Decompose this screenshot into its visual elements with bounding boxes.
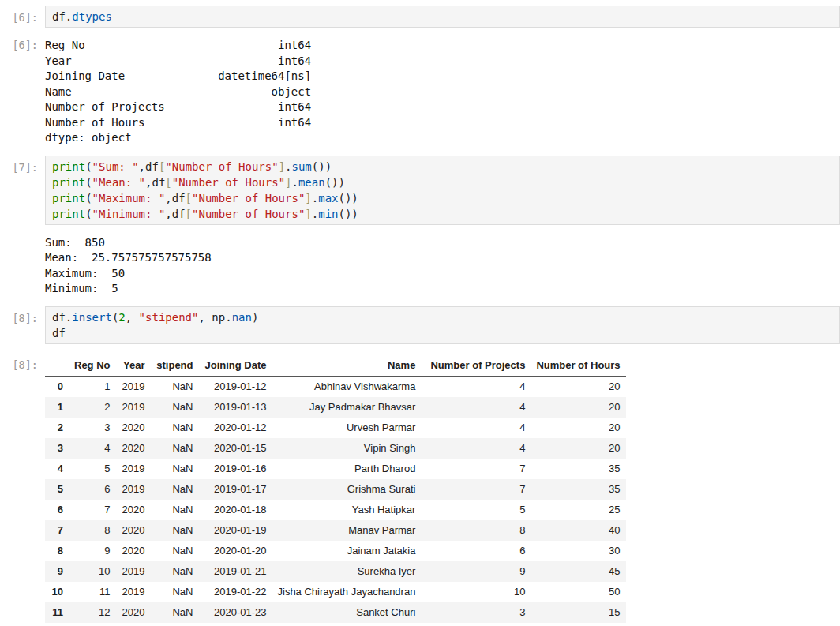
cell-output-row: Sum: 850 Mean: 25.757575757575758 Maximu…	[0, 235, 840, 297]
table-cell: 9	[421, 561, 531, 582]
table-row: 012019NaN2019-01-12Abhinav Vishwakarma42…	[45, 376, 626, 397]
code-token: sum	[292, 160, 312, 173]
table-row: 11122020NaN2020-01-23Sanket Churi315	[45, 602, 626, 623]
table-cell: 2	[69, 397, 116, 418]
table-cell: NaN	[151, 602, 199, 623]
row-index: 9	[45, 561, 69, 582]
code-token: df	[52, 327, 66, 339]
table-row: 892020NaN2020-01-20Jainam Jatakia630	[45, 541, 626, 561]
code-token: .	[285, 160, 291, 173]
table-cell: 4	[69, 438, 116, 459]
table-cell: 2019	[116, 397, 151, 418]
table-cell: 11	[69, 582, 116, 602]
code-token: "Sum: "	[92, 160, 139, 173]
table-cell: 2020	[116, 418, 151, 438]
table-cell: 7	[69, 500, 116, 520]
code-token: ]	[285, 176, 291, 189]
table-row: 342020NaN2020-01-15Vipin Singh420	[45, 438, 626, 459]
table-cell: 5	[69, 459, 116, 479]
code-token: ]	[305, 192, 311, 204]
code-line: df.dtypes	[52, 9, 833, 24]
code-token: "Number of Hours"	[172, 176, 285, 189]
table-cell: 2020	[116, 500, 151, 520]
code-token: [	[165, 176, 171, 189]
cell-input-row: [6]: df.dtypes	[0, 6, 840, 28]
table-cell: 1	[69, 376, 116, 397]
table-cell: Urvesh Parmar	[272, 418, 422, 438]
code-token: ]	[305, 208, 311, 220]
table-cell: 12	[69, 602, 116, 623]
table-cell: 8	[421, 520, 531, 541]
table-cell: 2019-01-21	[199, 561, 272, 582]
code-line: print("Mean: ",df["Number of Hours"].mea…	[52, 174, 833, 190]
table-cell: Vipin Singh	[272, 438, 422, 459]
table-cell: 2019	[116, 479, 151, 500]
table-row: 122019NaN2019-01-13Jay Padmakar Bhavsar4…	[45, 397, 626, 418]
table-cell: NaN	[151, 397, 199, 418]
code-cell-7: [7]: print("Sum: ",df["Number of Hours"]…	[0, 156, 840, 297]
row-index: 8	[45, 541, 69, 561]
cell-output-row: [8]: Reg NoYearstipendJoining DateNameNu…	[0, 354, 840, 623]
code-token: ())	[339, 208, 358, 220]
column-header: Year	[116, 354, 151, 377]
code-token: .	[292, 176, 298, 189]
code-token: max	[318, 192, 338, 204]
table-cell: 3	[421, 602, 531, 623]
cell-output-row: [6]: Reg No int64 Year int64 Joining Dat…	[0, 38, 840, 146]
code-token: 2	[118, 311, 125, 324]
table-cell: 6	[421, 541, 531, 561]
code-token: mean	[298, 176, 325, 189]
column-header: Reg No	[69, 354, 116, 377]
row-index: 5	[45, 479, 69, 500]
table-cell: 20	[531, 438, 625, 459]
code-editor[interactable]: df.dtypes	[45, 6, 840, 28]
table-row: 10112019NaN2019-01-22Jisha Chirayath Jay…	[45, 582, 626, 602]
table-cell: 45	[531, 561, 625, 582]
table-cell: Yash Hatipkar	[272, 500, 422, 520]
code-line: print("Sum: ",df["Number of Hours"].sum(…	[52, 159, 833, 174]
table-cell: 4	[421, 376, 531, 397]
row-index: 3	[45, 438, 69, 459]
row-index: 4	[45, 459, 69, 479]
table-cell: 25	[531, 500, 625, 520]
code-token: (	[85, 176, 92, 189]
code-line: df	[52, 325, 833, 341]
code-editor[interactable]: print("Sum: ",df["Number of Hours"].sum(…	[45, 156, 840, 225]
table-cell: 30	[531, 541, 625, 561]
table-cell: 2020-01-15	[199, 438, 272, 459]
table-cell: 4	[421, 438, 531, 459]
column-header: Number of Projects	[421, 354, 531, 377]
table-row: 782020NaN2020-01-19Manav Parmar840	[45, 520, 626, 541]
code-token: (	[85, 160, 92, 173]
table-cell: Abhinav Vishwakarma	[272, 376, 422, 397]
code-token: , np.	[198, 311, 231, 324]
row-index: 10	[45, 582, 69, 602]
code-token: )	[252, 311, 258, 324]
table-cell: 2019-01-17	[199, 479, 272, 500]
code-token: [	[186, 192, 192, 204]
table-cell: 35	[531, 479, 625, 500]
table-cell: Surekha Iyer	[272, 561, 422, 582]
table-cell: Manav Parmar	[272, 520, 422, 541]
table-cell: Jainam Jatakia	[272, 541, 422, 561]
code-line: print("Maximum: ",df["Number of Hours"].…	[52, 190, 833, 206]
row-index: 2	[45, 418, 69, 438]
table-cell: 5	[421, 500, 531, 520]
table-cell: Jay Padmakar Bhavsar	[272, 397, 422, 418]
code-token: ())	[339, 192, 358, 204]
code-token: .	[312, 208, 318, 220]
table-cell: 10	[421, 582, 531, 602]
code-token: ]	[279, 160, 285, 173]
dataframe-table: Reg NoYearstipendJoining DateNameNumber …	[45, 354, 626, 623]
table-cell: NaN	[151, 376, 199, 397]
table-cell: 2020	[116, 520, 151, 541]
code-editor[interactable]: df.insert(2, "stipend", np.nan)df	[45, 306, 840, 344]
table-row: 562019NaN2019-01-17Grishma Surati735	[45, 479, 626, 500]
code-token: ,df	[145, 176, 165, 189]
code-cell-8: [8]: df.insert(2, "stipend", np.nan)df […	[0, 306, 840, 623]
table-cell: 15	[531, 602, 625, 623]
table-cell: NaN	[151, 418, 199, 438]
code-token: (	[85, 192, 92, 204]
code-line: df.insert(2, "stipend", np.nan)	[52, 309, 833, 325]
table-header-row: Reg NoYearstipendJoining DateNameNumber …	[45, 354, 626, 377]
